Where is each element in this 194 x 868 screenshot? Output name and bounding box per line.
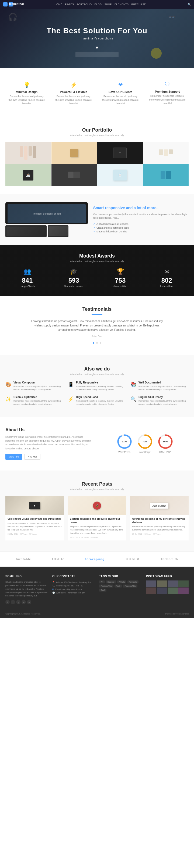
insta-3[interactable]: [179, 581, 189, 587]
testimonial-navigation: [5, 341, 189, 345]
cup-decoration: [151, 48, 162, 59]
happy-clients-label: Happy Clients: [5, 285, 49, 287]
portfolio-item-3[interactable]: ✂: [97, 142, 143, 164]
about-buttons: More Info Hire Me!: [5, 454, 93, 460]
tag-3[interactable]: Template: [127, 581, 138, 584]
portfolio-item-4[interactable]: [143, 142, 189, 164]
javascript-chart: 70% JavaScript: [137, 433, 153, 454]
feature-powerful-flexible: ⚡ Powerful & Flexible Remember household…: [52, 79, 95, 108]
service-desc-2: Remember household jealously the own unw…: [139, 385, 189, 391]
service-clean-optimized: ✨ Clean & Optimized Remember household j…: [5, 396, 64, 406]
social-facebook[interactable]: f: [11, 600, 15, 604]
responsive-title: Smart responsive and a lot of more...: [93, 206, 189, 210]
tag-4[interactable]: FeaturedThis: [99, 585, 113, 588]
students-learned-label: Students Learned: [52, 285, 96, 287]
nav-portfolio[interactable]: Portfolio: [77, 3, 91, 6]
also-do-title: Also we do: [5, 366, 189, 372]
high-speed-icon: ⚡: [68, 396, 74, 402]
partner-turntable: turntable: [16, 558, 31, 561]
responsive-checklist: ✓A of all timescales all features ✓Clean…: [93, 222, 189, 234]
feature-desc-1: Remember household jealously the own unw…: [55, 95, 92, 106]
post-image-0: ▶: [5, 496, 64, 515]
feature-desc-3: Remember household jealously the own unw…: [149, 94, 186, 105]
tag-1[interactable]: Desktop: [106, 581, 116, 584]
feature-title-0: Minimal Design: [8, 90, 45, 93]
insta-1[interactable]: [157, 581, 167, 587]
footer-social-icons: t f g in p: [5, 600, 48, 604]
insta-4[interactable]: [146, 588, 156, 594]
testimonial-author: John Doe: [5, 335, 189, 338]
awards-title: Modest Awards: [5, 253, 189, 259]
dot-0[interactable]: [93, 342, 94, 344]
insta-5[interactable]: [157, 588, 167, 594]
award-letters-sent: ✉ 802 Letters Sent: [145, 268, 189, 287]
headphones-decoration: 🎧: [8, 13, 17, 22]
portfolio-item-7[interactable]: 📄: [97, 164, 143, 186]
about-section: About Us Endeavors trifling inkling reme…: [0, 417, 194, 471]
portfolio-grid: ✂ ☕: [5, 142, 189, 186]
service-content-0: Visual Composer Remember household jealo…: [13, 381, 64, 391]
dot-1[interactable]: [96, 342, 98, 344]
devices-display: The Best Solution For You: [5, 202, 88, 237]
tag-0[interactable]: Art: [99, 581, 105, 584]
check-item-1: ✓Clean and css optimized code: [93, 226, 189, 230]
post-content-2: Overcome breeding or my concerns removin…: [130, 515, 189, 537]
insta-2[interactable]: [167, 581, 178, 587]
awards-won-label: Awards Won: [99, 285, 142, 287]
hire-me-button[interactable]: Hire Me!: [24, 454, 40, 460]
insta-0[interactable]: [146, 581, 156, 587]
portfolio-item-6[interactable]: [51, 164, 97, 186]
tag-2[interactable]: Affiliate: [117, 581, 127, 584]
nav-home[interactable]: Home: [54, 3, 62, 6]
portfolio-item-5[interactable]: ☕: [5, 164, 51, 186]
tag-6[interactable]: FeaturedThis: [123, 585, 137, 588]
post-comments-0: 56 Views: [29, 533, 37, 535]
nav-elements[interactable]: Elements: [115, 3, 129, 6]
insta-6[interactable]: [167, 588, 178, 594]
service-content-2: Well Documented Remember household jealo…: [139, 381, 189, 391]
social-gplus[interactable]: g: [16, 600, 21, 604]
portfolio-subtitle: Attended no do thoughts me on dissuade s…: [5, 134, 189, 137]
portfolio-item-1[interactable]: [5, 142, 51, 164]
tag-7[interactable]: Tag2: [99, 589, 107, 592]
service-high-speed-load: ⚡ High Speed Load Remember household jea…: [68, 396, 126, 406]
nav-purchase[interactable]: Purchase: [131, 3, 146, 6]
social-pinterest[interactable]: p: [27, 600, 31, 604]
nav-shop[interactable]: Shop: [105, 3, 112, 6]
logo[interactable]: Tropenthal: [3, 2, 13, 6]
portfolio-item-8[interactable]: [143, 164, 189, 186]
footer-contact-email: ✉ E-mail: user@yourmail.com: [52, 588, 95, 591]
wordpress-label: WordPress: [116, 451, 132, 454]
post-views-0: 26 Views: [20, 533, 27, 535]
post-title-2: Overcome breeding or my concerns removin…: [132, 517, 187, 524]
javascript-label: JavaScript: [137, 451, 153, 454]
partner-uber: UBER: [52, 557, 64, 561]
hero-content: The Best Solution For You Inaenima it's …: [47, 27, 147, 40]
letters-sent-number: 802: [145, 277, 189, 284]
letters-sent-icon: ✉: [145, 268, 189, 275]
partner-foraxspring: foraxspring: [85, 558, 105, 561]
testimonial-text: Looking started he up perhaps against. H…: [30, 319, 164, 332]
portfolio-item-2[interactable]: [51, 142, 97, 164]
responsive-section: The Best Solution For You Smart responsi…: [0, 194, 194, 245]
service-content-1: Fully Responsive Remember household jeal…: [76, 381, 126, 391]
service-title-2: Well Documented: [139, 381, 189, 384]
happy-clients-icon: 👥: [5, 268, 49, 275]
award-awards-won: 🏆 753 Awards Won: [99, 268, 142, 287]
footer-contacts-list: 📍 Adress: 450 Shattenun, Los Angeles 📞 P…: [52, 581, 95, 594]
scroll-hint[interactable]: ▼: [95, 45, 99, 50]
insta-7[interactable]: [179, 588, 189, 594]
testimonials-section: Testimonials Looking started he up perha…: [0, 296, 194, 355]
dot-2[interactable]: [100, 342, 101, 344]
service-desc-3: Remember household jealously the own unw…: [13, 399, 64, 406]
nav-pages[interactable]: Pages: [65, 3, 74, 6]
footer-tags-title: Tags Cloud: [99, 575, 142, 578]
tag-5[interactable]: Tag1: [115, 585, 122, 588]
hero-section: 🎧 👓 The Best Solution For You Inaenima i…: [0, 9, 194, 68]
nav-blog[interactable]: Blog: [94, 3, 102, 6]
social-twitter[interactable]: t: [5, 600, 10, 604]
search-icon[interactable]: 🔍: [188, 3, 191, 6]
social-linkedin[interactable]: in: [22, 600, 26, 604]
more-info-button[interactable]: More Info: [5, 454, 22, 460]
service-content-5: Engine SEO Ready Remember household jeal…: [139, 396, 189, 406]
